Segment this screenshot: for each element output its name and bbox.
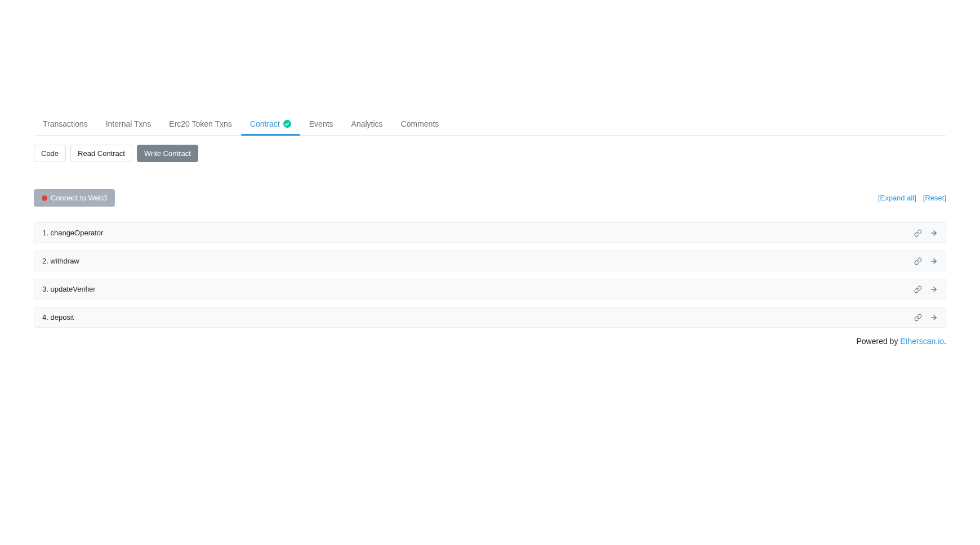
- arrow-right-icon[interactable]: [930, 285, 938, 293]
- toolbar: Connect to Web3 [Expand all] [Reset]: [34, 189, 946, 207]
- tab-internal-txns[interactable]: Internal Txns: [97, 113, 161, 135]
- tab-label: Comments: [401, 119, 439, 128]
- expand-all-link[interactable]: [Expand all]: [878, 194, 916, 202]
- function-icons: [914, 229, 938, 237]
- tab-contract[interactable]: Contract: [241, 113, 300, 135]
- tab-label: Analytics: [351, 119, 383, 128]
- tab-label: Erc20 Token Txns: [169, 119, 232, 128]
- sub-tab-write-contract[interactable]: Write Contract: [137, 145, 198, 162]
- main-tabs: Transactions Internal Txns Erc20 Token T…: [34, 113, 946, 136]
- function-label: 4. deposit: [42, 313, 74, 321]
- function-label: 3. updateVerifier: [42, 285, 96, 293]
- tab-events[interactable]: Events: [300, 113, 342, 135]
- tab-label: Contract: [250, 119, 280, 128]
- tab-comments[interactable]: Comments: [392, 113, 448, 135]
- footer-link[interactable]: Etherscan.io: [900, 337, 944, 346]
- connect-label: Connect to Web3: [51, 194, 107, 202]
- sub-tab-read-contract[interactable]: Read Contract: [70, 145, 132, 162]
- function-icons: [914, 257, 938, 265]
- tab-label: Events: [309, 119, 333, 128]
- function-row[interactable]: 4. deposit: [34, 307, 946, 328]
- function-list: 1. changeOperator 2. withdraw 3. updateV…: [34, 222, 946, 328]
- toolbar-links: [Expand all] [Reset]: [878, 194, 946, 202]
- footer-prefix: Powered by: [856, 337, 900, 346]
- arrow-right-icon[interactable]: [930, 314, 938, 321]
- tab-label: Transactions: [43, 119, 88, 128]
- function-row[interactable]: 1. changeOperator: [34, 222, 946, 243]
- reset-link[interactable]: [Reset]: [923, 194, 946, 202]
- connection-status-dot-icon: [42, 195, 47, 201]
- tab-analytics[interactable]: Analytics: [342, 113, 392, 135]
- link-icon[interactable]: [914, 285, 922, 293]
- sub-tabs: Code Read Contract Write Contract: [34, 145, 946, 162]
- verified-check-icon: [283, 120, 291, 128]
- function-row[interactable]: 3. updateVerifier: [34, 279, 946, 300]
- link-icon[interactable]: [914, 229, 922, 237]
- footer: Powered by Etherscan.io.: [34, 337, 946, 346]
- link-icon[interactable]: [914, 257, 922, 265]
- link-icon[interactable]: [914, 314, 922, 321]
- function-row[interactable]: 2. withdraw: [34, 251, 946, 271]
- function-icons: [914, 314, 938, 321]
- arrow-right-icon[interactable]: [930, 257, 938, 265]
- arrow-right-icon[interactable]: [930, 229, 938, 237]
- connect-web3-button[interactable]: Connect to Web3: [34, 189, 115, 207]
- function-icons: [914, 285, 938, 293]
- footer-suffix: .: [944, 337, 946, 346]
- tab-transactions[interactable]: Transactions: [34, 113, 97, 135]
- tab-label: Internal Txns: [106, 119, 152, 128]
- tab-erc20-token-txns[interactable]: Erc20 Token Txns: [160, 113, 241, 135]
- sub-tab-code[interactable]: Code: [34, 145, 66, 162]
- function-label: 2. withdraw: [42, 257, 79, 265]
- function-label: 1. changeOperator: [42, 229, 103, 237]
